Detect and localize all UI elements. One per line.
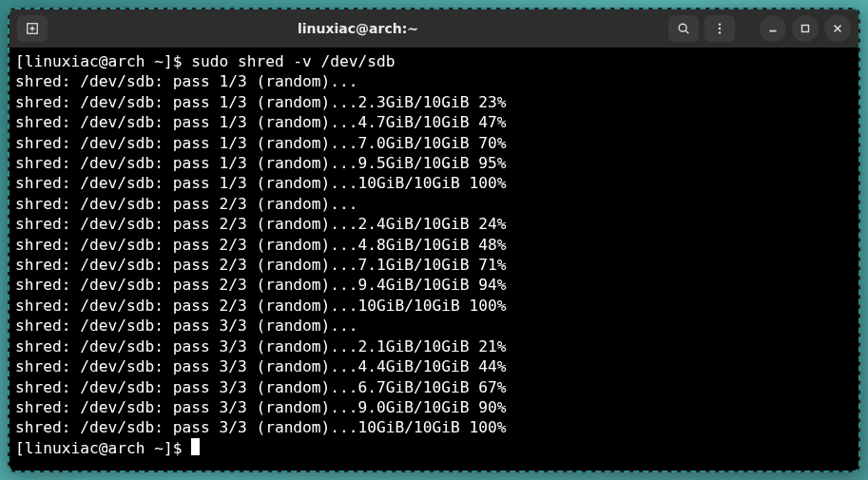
output-line: shred: /dev/sdb: pass 1/3 (random)...7.0… <box>15 133 853 153</box>
output-line: shred: /dev/sdb: pass 2/3 (random)...10G… <box>15 296 853 316</box>
output-line: shred: /dev/sdb: pass 2/3 (random)...9.4… <box>15 275 853 295</box>
output-line: shred: /dev/sdb: pass 3/3 (random)... <box>15 316 853 336</box>
output-line: shred: /dev/sdb: pass 3/3 (random)...2.1… <box>15 336 853 356</box>
titlebar: linuxiac@arch:~ <box>10 10 858 48</box>
output-line: shred: /dev/sdb: pass 3/3 (random)...4.4… <box>15 356 853 376</box>
close-button[interactable] <box>824 15 851 42</box>
output-line: shred: /dev/sdb: pass 3/3 (random)...6.7… <box>15 377 853 397</box>
output-line: shred: /dev/sdb: pass 2/3 (random)...7.1… <box>15 255 853 275</box>
maximize-icon <box>799 22 812 35</box>
svg-point-4 <box>719 31 721 33</box>
output-line: shred: /dev/sdb: pass 1/3 (random)...4.7… <box>15 112 853 132</box>
search-button[interactable] <box>668 15 699 42</box>
window-title: linuxiac@arch:~ <box>53 21 663 36</box>
output-line: shred: /dev/sdb: pass 1/3 (random)... <box>15 71 853 91</box>
menu-icon <box>713 22 726 35</box>
command-text: sudo shred -v /dev/sdb <box>191 52 395 70</box>
new-tab-icon <box>26 22 39 35</box>
maximize-button[interactable] <box>792 15 819 42</box>
cursor <box>191 438 200 455</box>
output-line: shred: /dev/sdb: pass 1/3 (random)...9.5… <box>15 153 853 173</box>
prompt-prefix: [linuxiac@arch ~]$ <box>15 439 191 457</box>
output-line: shred: /dev/sdb: pass 1/3 (random)...2.3… <box>15 92 853 112</box>
terminal-window: linuxiac@arch:~ [linuxiac@arch ~]$ sudo … <box>8 8 860 472</box>
output-line: shred: /dev/sdb: pass 1/3 (random)...10G… <box>15 173 853 193</box>
output-line: shred: /dev/sdb: pass 2/3 (random)... <box>15 194 853 214</box>
minimize-icon <box>766 22 780 35</box>
final-prompt-line: [linuxiac@arch ~]$ <box>15 438 853 458</box>
new-tab-button[interactable] <box>17 15 48 42</box>
output-line: shred: /dev/sdb: pass 3/3 (random)...10G… <box>15 417 853 437</box>
output-line: shred: /dev/sdb: pass 2/3 (random)...4.8… <box>15 235 853 255</box>
menu-button[interactable] <box>704 15 735 42</box>
output-line: shred: /dev/sdb: pass 3/3 (random)...9.0… <box>15 397 853 417</box>
terminal-body[interactable]: [linuxiac@arch ~]$ sudo shred -v /dev/sd… <box>10 48 858 470</box>
svg-point-2 <box>719 23 721 25</box>
output-line: shred: /dev/sdb: pass 2/3 (random)...2.4… <box>15 214 853 234</box>
search-icon <box>677 22 690 35</box>
svg-point-1 <box>679 24 686 31</box>
svg-rect-5 <box>802 26 809 32</box>
svg-point-3 <box>719 28 721 29</box>
prompt-prefix: [linuxiac@arch ~]$ <box>15 52 191 70</box>
close-icon <box>831 22 844 35</box>
minimize-button[interactable] <box>760 15 786 42</box>
prompt-line: [linuxiac@arch ~]$ sudo shred -v /dev/sd… <box>15 51 853 71</box>
